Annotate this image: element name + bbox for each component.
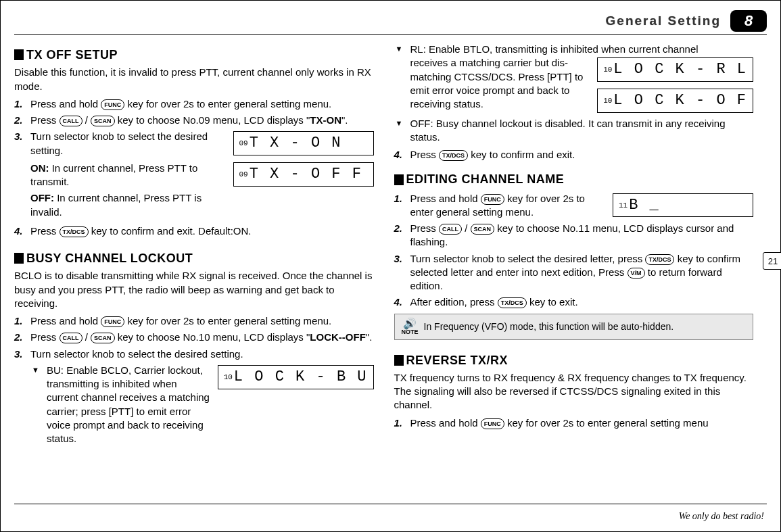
edit-name-step4: 4. After edition, press TX/DCS key to ex… <box>408 295 754 309</box>
section-title-bclo: BUSY CHANNEL LOCKOUT <box>14 250 374 266</box>
section-bar-icon <box>394 174 404 185</box>
bclo-step2: 2. Press CALL / SCAN key to choose No.10… <box>28 331 374 344</box>
page-header: General Setting 8 <box>606 10 767 32</box>
bclo-option-bu: BU: Enable BCLO, Carrier lockout, transm… <box>44 364 374 446</box>
lcd-edit-name: 11B _ <box>613 193 753 218</box>
lcd-lock-bu: 10L O C K - B U <box>218 365 374 389</box>
bclo-step4-list: 4. Press TX/DCS key to confirm and exit. <box>394 148 754 162</box>
tx-off-step3: 3. Turn selector knob to select the desi… <box>28 130 374 222</box>
scan-key: SCAN <box>91 116 115 126</box>
bclo-options-right: RL: Enable BTLO, transmitting is inhibit… <box>394 43 754 144</box>
tx-off-step4: 4. Press TX/DCS key to confirm and exit.… <box>28 224 374 238</box>
note-icon: 🔊 NOTE <box>402 318 419 335</box>
slogan: We only do best radio! <box>679 511 764 522</box>
lcd-lock-off: 10L O C K - O F <box>597 89 753 113</box>
page-number-tab: 21 <box>763 252 780 270</box>
bclo-option-rl: RL: Enable BTLO, transmitting is inhibit… <box>408 43 754 114</box>
section-title-reverse: REVERSE TX/RX <box>394 352 754 368</box>
column-right: RL: Enable BTLO, transmitting is inhibit… <box>394 40 754 502</box>
edit-name-step3: 3. Turn selector knob to select the desi… <box>408 252 754 293</box>
chapter-tab: 8 <box>730 10 767 32</box>
document-page: General Setting 8 21 TX OFF SETUP Disabl… <box>0 0 781 532</box>
txdcs-key: TX/DCS <box>498 297 527 308</box>
bclo-intro: BCLO is to disable transmitting while RX… <box>14 269 374 310</box>
content-columns: TX OFF SETUP Disable this function, it i… <box>14 40 753 502</box>
func-key: FUNC <box>101 316 124 327</box>
tx-off-intro: Disable this function, it is invalid to … <box>14 66 374 93</box>
edit-name-step1: 1. Press and hold FUNC key for over 2s t… <box>408 192 754 220</box>
column-left: TX OFF SETUP Disable this function, it i… <box>14 40 374 502</box>
section-bar-icon <box>394 355 404 366</box>
scan-key: SCAN <box>91 333 115 343</box>
call-key: CALL <box>60 333 82 343</box>
func-key: FUNC <box>101 99 124 110</box>
tx-off-step2: 2. Press CALL / SCAN key to choose No.09… <box>28 114 374 127</box>
section-title-edit-name: EDITING CHANNEL NAME <box>394 171 754 187</box>
header-title: General Setting <box>606 14 721 28</box>
bottom-rule <box>14 504 767 504</box>
reverse-intro: TX frequency turns to RX frequency & RX … <box>394 371 754 412</box>
edit-name-heading: EDITING CHANNEL NAME <box>406 171 565 187</box>
scan-key: SCAN <box>471 224 495 235</box>
lcd-tx-on: 09T X - O N <box>233 131 374 155</box>
call-key: CALL <box>60 116 82 126</box>
vm-key: V/M <box>628 268 645 279</box>
bclo-steps: 1. Press and hold FUNC key for over 2s t… <box>14 314 374 445</box>
call-key: CALL <box>439 224 462 235</box>
bclo-step3: 3. Turn selector knob to select the desi… <box>28 347 374 446</box>
note-text: In Frequency (VFO) mode, this function w… <box>424 320 674 333</box>
bclo-step1: 1. Press and hold FUNC key for over 2s t… <box>28 314 374 328</box>
tx-off-step1: 1. Press and hold FUNC key for over 2s t… <box>28 97 374 111</box>
tx-off-heading: TX OFF SETUP <box>26 47 118 63</box>
page-number: 21 <box>763 252 781 270</box>
section-bar-icon <box>14 253 24 264</box>
txdcs-key: TX/DCS <box>439 150 468 161</box>
edit-name-step2: 2. Press CALL / SCAN key to choose No.11… <box>408 222 754 249</box>
func-key: FUNC <box>481 418 504 429</box>
bclo-options: BU: Enable BCLO, Carrier lockout, transm… <box>30 364 374 446</box>
txdcs-key: TX/DCS <box>60 226 89 237</box>
bclo-step4: 4. Press TX/DCS key to confirm and exit. <box>408 148 754 162</box>
func-key: FUNC <box>481 194 504 205</box>
note-box: 🔊 NOTE In Frequency (VFO) mode, this fun… <box>394 314 754 340</box>
bclo-option-off: OFF: Busy channel lockout is disabled. I… <box>408 117 754 145</box>
reverse-steps: 1. Press and hold FUNC key for over 2s t… <box>394 416 754 430</box>
edit-name-steps: 1. Press and hold FUNC key for over 2s t… <box>394 192 754 310</box>
speaker-icon: 🔊 <box>403 318 417 329</box>
section-bar-icon <box>14 49 24 60</box>
tx-off-steps: 1. Press and hold FUNC key for over 2s t… <box>14 97 374 238</box>
lcd-tx-off: 09T X - O F F <box>233 162 374 187</box>
reverse-step1: 1. Press and hold FUNC key for over 2s t… <box>408 416 754 430</box>
top-rule <box>14 34 767 35</box>
txdcs-key: TX/DCS <box>645 254 674 265</box>
lcd-lock-rl: 10L O C K - R L <box>597 57 753 82</box>
section-title-tx-off: TX OFF SETUP <box>14 47 374 63</box>
bclo-heading: BUSY CHANNEL LOCKOUT <box>26 250 193 266</box>
reverse-heading: REVERSE TX/RX <box>406 352 508 368</box>
